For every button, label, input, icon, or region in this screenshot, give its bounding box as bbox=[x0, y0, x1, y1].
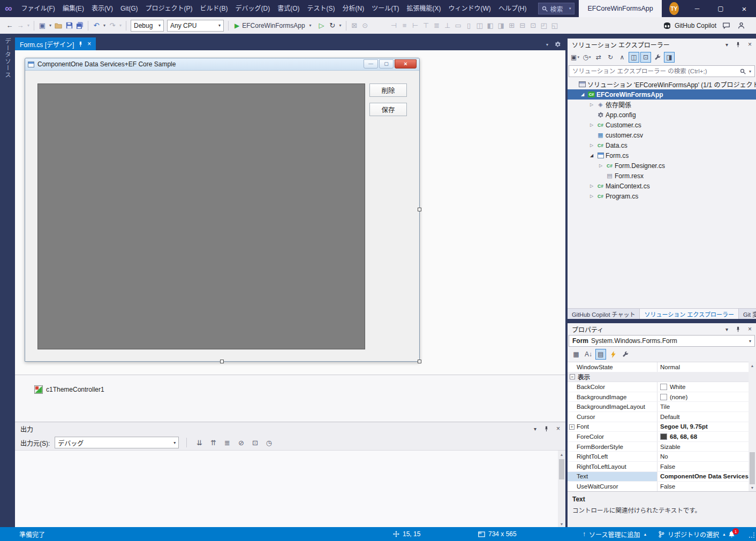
menu-view[interactable]: 表示(V) bbox=[88, 0, 117, 17]
scroll-to-top-icon[interactable]: ⇈ bbox=[207, 437, 220, 448]
expand-arrow-icon[interactable]: ▷ bbox=[597, 163, 604, 168]
notifications-button[interactable]: 1 bbox=[728, 527, 735, 541]
output-scrollbar[interactable]: ▲ ▼ bbox=[558, 451, 565, 528]
properties-tool-icon[interactable] bbox=[652, 52, 663, 63]
expand-arrow-icon[interactable]: ◢ bbox=[579, 92, 586, 97]
preview-selected-icon[interactable]: ◨ bbox=[664, 52, 675, 63]
property-value[interactable]: 68, 68, 68 bbox=[657, 432, 756, 441]
scroll-up-icon[interactable]: ▲ bbox=[749, 362, 756, 369]
send-to-back-icon[interactable]: ◱ bbox=[549, 19, 560, 32]
property-name[interactable]: +Font bbox=[568, 422, 657, 432]
panel-tab-1[interactable]: ソリューション エクスプローラー bbox=[640, 309, 739, 319]
menu-edit[interactable]: 編集(E) bbox=[59, 0, 88, 17]
chevron-down-icon[interactable]: ▾ bbox=[725, 326, 728, 332]
tree-item-solution[interactable]: ソリューション 'EFCoreWinFormsApp' (1/1 のプロジェクト… bbox=[568, 79, 756, 89]
decrease-spacing-icon[interactable]: ⊟ bbox=[517, 19, 528, 32]
property-value[interactable]: White bbox=[657, 382, 756, 392]
property-row-text[interactable]: TextComponentOne Data Services bbox=[568, 472, 756, 482]
data-sources-tab[interactable]: データソース bbox=[3, 38, 12, 78]
property-name[interactable]: RightToLeft bbox=[568, 452, 657, 461]
property-row-backgroundimage[interactable]: BackgroundImage(none) bbox=[568, 392, 756, 402]
property-row-font[interactable]: +FontSegoe UI, 9.75pt bbox=[568, 422, 756, 432]
component-tray[interactable]: c1ThemeController1 bbox=[15, 375, 565, 422]
start-debugging-button[interactable]: ▶ EFCoreWinFormsApp ▾ bbox=[231, 19, 316, 32]
search-options-icon[interactable]: ▾ bbox=[749, 69, 751, 74]
navigate-back-icon[interactable]: ← bbox=[4, 19, 15, 32]
close-button[interactable]: × bbox=[732, 0, 756, 17]
expand-arrow-icon[interactable]: ▷ bbox=[588, 143, 595, 148]
repository-select-button[interactable]: リポジトリの選択 ▲ bbox=[659, 527, 726, 541]
properties-view-icon[interactable]: ▤ bbox=[595, 349, 606, 360]
menu-test[interactable]: テスト(S) bbox=[304, 0, 339, 17]
align-middles-icon[interactable]: ≣ bbox=[432, 19, 442, 32]
solution-search-box[interactable]: ▾ bbox=[569, 65, 755, 77]
tree-item-dependencies[interactable]: ▷◈依存関係 bbox=[568, 100, 756, 110]
close-tab-icon[interactable]: × bbox=[87, 40, 91, 48]
same-width-icon[interactable]: ▭ bbox=[453, 19, 464, 32]
tree-item-customer-cs[interactable]: ▷C#Customer.cs bbox=[568, 120, 756, 130]
scrollbar-thumb[interactable] bbox=[559, 459, 564, 479]
property-name[interactable]: FormBorderStyle bbox=[568, 442, 657, 452]
github-copilot-button[interactable]: GitHub Copilot bbox=[663, 22, 716, 29]
property-name[interactable]: BackgroundImageLayout bbox=[568, 402, 657, 412]
property-value[interactable]: (none) bbox=[657, 392, 756, 402]
property-name[interactable]: BackgroundImage bbox=[568, 392, 657, 402]
resize-handle-corner[interactable] bbox=[418, 360, 421, 363]
property-name[interactable]: Cursor bbox=[568, 412, 657, 422]
object-selector-dropdown[interactable]: Form System.Windows.Forms.Form ▾ bbox=[569, 335, 755, 347]
close-panel-icon[interactable]: × bbox=[748, 41, 752, 48]
tree-item-form-cs[interactable]: ◢Form.cs bbox=[568, 150, 756, 161]
refresh-icon[interactable]: ↻ bbox=[605, 52, 616, 63]
align-tops-icon[interactable]: ⊤ bbox=[421, 19, 432, 32]
property-value[interactable]: No bbox=[657, 452, 756, 461]
chevron-down-icon[interactable]: ▾ bbox=[534, 426, 536, 432]
bring-to-front-icon[interactable]: ◰ bbox=[539, 19, 549, 32]
same-height-icon[interactable]: ▯ bbox=[464, 19, 474, 32]
solution-search-input[interactable] bbox=[572, 68, 737, 74]
save-button[interactable]: 保存 bbox=[369, 103, 407, 116]
scroll-down-icon[interactable]: ▼ bbox=[558, 520, 565, 528]
property-value[interactable]: Normal bbox=[657, 362, 756, 372]
expand-arrow-icon[interactable]: ▷ bbox=[588, 123, 595, 127]
property-row-righttoleftlayout[interactable]: RightToLeftLayoutFalse bbox=[568, 462, 756, 472]
add-to-source-control-button[interactable]: ↑ ソース管理に追加 ▲ bbox=[583, 527, 647, 541]
chevron-down-icon[interactable]: ▾ bbox=[569, 6, 571, 11]
menu-project[interactable]: プロジェクト(P) bbox=[142, 0, 196, 17]
clear-all-icon[interactable]: ⊘ bbox=[235, 437, 247, 448]
menu-debug[interactable]: デバッグ(D) bbox=[232, 0, 274, 17]
panel-tab-2[interactable]: Git 変更 bbox=[739, 309, 756, 319]
tree-item-maincontext-cs[interactable]: ▷C#MainContext.cs bbox=[568, 181, 756, 191]
property-row-windowstate[interactable]: WindowStateNormal bbox=[568, 362, 756, 372]
menu-build[interactable]: ビルド(B) bbox=[196, 0, 232, 17]
save-all-icon[interactable] bbox=[74, 19, 85, 32]
align-rights-icon[interactable]: ⊢ bbox=[410, 19, 421, 32]
show-all-files-icon[interactable]: ◫ bbox=[629, 52, 639, 63]
timestamp-icon[interactable]: ◷ bbox=[262, 437, 275, 448]
align-bottoms-icon[interactable]: ⊥ bbox=[442, 19, 453, 32]
scrollbar-thumb[interactable] bbox=[750, 452, 755, 484]
property-name[interactable]: ForeColor bbox=[568, 432, 657, 441]
form-client-area[interactable]: 削除 保存 bbox=[25, 71, 419, 361]
alphabetical-icon[interactable]: A↓ bbox=[583, 349, 594, 360]
menu-git[interactable]: Git(G) bbox=[117, 0, 142, 17]
word-wrap-icon[interactable]: ⊡ bbox=[248, 437, 261, 448]
autoscroll-icon[interactable]: ⇊ bbox=[193, 437, 206, 448]
undo-icon[interactable]: ↶ bbox=[91, 19, 102, 32]
property-row-formborderstyle[interactable]: FormBorderStyleSizable bbox=[568, 442, 756, 452]
scroll-up-icon[interactable]: ▲ bbox=[558, 451, 565, 458]
pin-icon[interactable] bbox=[736, 326, 740, 332]
save-icon[interactable] bbox=[64, 19, 74, 32]
tab-form-designer[interactable]: Form.cs [デザイン] × bbox=[15, 37, 96, 50]
property-name[interactable]: RightToLeftLayout bbox=[568, 462, 657, 471]
step-over-icon[interactable]: ⊙ bbox=[360, 19, 371, 32]
property-value[interactable]: Segoe UI, 9.75pt bbox=[657, 422, 756, 432]
property-name[interactable]: UseWaitCursor bbox=[568, 482, 657, 491]
property-row-usewaitcursor[interactable]: UseWaitCursorFalse bbox=[568, 482, 756, 491]
close-panel-icon[interactable]: × bbox=[748, 325, 752, 333]
chevron-down-icon[interactable]: ▾ bbox=[338, 19, 343, 32]
property-name[interactable]: WindowState bbox=[568, 362, 657, 372]
property-value[interactable]: ComponentOne Data Services bbox=[657, 472, 756, 482]
menu-window[interactable]: ウィンドウ(W) bbox=[445, 0, 495, 17]
menu-format[interactable]: 書式(O) bbox=[274, 0, 303, 17]
open-folder-icon[interactable] bbox=[53, 19, 64, 32]
